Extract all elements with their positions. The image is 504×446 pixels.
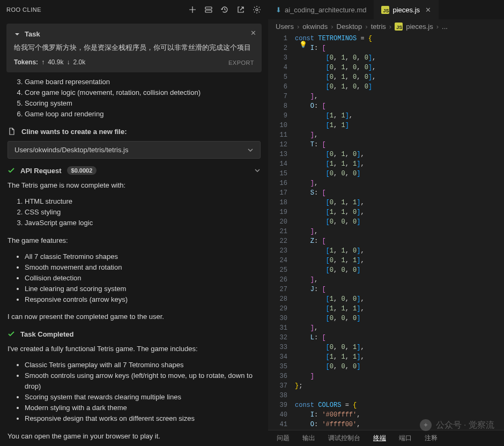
history-icon[interactable] (220, 5, 229, 14)
breadcrumb-segment[interactable]: okwinds (302, 23, 328, 31)
code-line[interactable]: [1, 1, 1], (295, 304, 504, 314)
panel-tab[interactable]: 问题 (277, 434, 290, 443)
breadcrumb-segment[interactable]: pieces.js (406, 23, 433, 31)
code-line[interactable] (295, 391, 504, 400)
code-line[interactable]: Z: [ (295, 236, 504, 246)
panel-tab[interactable]: 端口 (399, 434, 412, 443)
gear-icon[interactable] (252, 5, 262, 14)
code-line[interactable]: O: [ (295, 101, 504, 111)
panel-tab[interactable]: 终端 (373, 434, 386, 443)
code-line[interactable]: [1, 1] (295, 121, 504, 130)
code-line[interactable]: const TETROMINOS = { (295, 34, 504, 43)
line-number: 15 (272, 169, 287, 179)
line-number: 40 (272, 410, 287, 420)
export-button[interactable]: EXPORT (228, 60, 254, 66)
code-line[interactable]: T: [ (295, 140, 504, 150)
code-line[interactable]: S: [ (295, 188, 504, 198)
list-item: Game loop and rendering (25, 109, 261, 120)
code-line[interactable]: [1, 1, 1], (295, 352, 504, 362)
code-line[interactable]: [0, 0, 0] (295, 314, 504, 323)
code-line[interactable]: J: [ (295, 285, 504, 294)
breadcrumb[interactable]: Users›okwinds›Desktop›tetris›JSpieces.js… (268, 19, 504, 34)
code-line[interactable]: ], (295, 179, 504, 188)
code-line[interactable]: [0, 0, 0] (295, 362, 504, 371)
bullet-list: Classic Tetris gameplay with all 7 Tetro… (8, 360, 261, 425)
close-icon[interactable]: ✕ (250, 29, 256, 37)
svg-point-2 (256, 9, 258, 11)
tab-pieces-js[interactable]: JSpieces.js✕ (374, 0, 439, 19)
api-cost-badge: $0.0002 (67, 166, 97, 175)
line-number: 13 (272, 150, 287, 159)
code-line[interactable]: ], (295, 275, 504, 285)
breadcrumb-segment[interactable]: ... (442, 23, 448, 31)
line-number: 37 (272, 381, 287, 391)
breadcrumb-segment[interactable]: Desktop (337, 23, 362, 31)
code-line[interactable]: ], (295, 227, 504, 236)
lightbulb-icon[interactable]: 💡 (299, 41, 307, 48)
code-line[interactable]: [1, 1], (295, 111, 504, 121)
code-line[interactable]: ], (295, 92, 504, 101)
list-item: JavaScript game logic (25, 218, 261, 228)
code-line[interactable]: [0, 0, 0] (295, 265, 504, 275)
line-number: 6 (272, 82, 287, 92)
code-line[interactable]: [0, 0, 1], (295, 343, 504, 352)
panel-tab[interactable]: 输出 (302, 434, 315, 443)
code-line[interactable]: I: '#00ffff', (295, 410, 504, 420)
api-request-row[interactable]: API Request $0.0002 (8, 166, 261, 175)
line-number: 39 (272, 400, 287, 410)
line-number: 26 (272, 275, 287, 285)
open-line: You can open the game in your browser to… (8, 431, 261, 442)
code-line[interactable]: [0, 1, 1], (295, 256, 504, 265)
task-card: Task ✕ 给我写个俄罗斯方块，你是资深全栈程序员，你可以非常丝滑的完成这个项… (6, 24, 262, 72)
close-icon[interactable]: ✕ (425, 6, 431, 14)
server-icon[interactable] (204, 5, 213, 14)
code-line[interactable]: [1, 1, 1], (295, 159, 504, 169)
panel-tab[interactable]: 调试控制台 (328, 434, 360, 443)
code-line[interactable]: [0, 1, 0], (295, 150, 504, 159)
chevron-down-icon (254, 167, 261, 174)
task-header[interactable]: Task (14, 30, 254, 38)
code-line[interactable]: const COLORS = { (295, 400, 504, 410)
code-line[interactable]: [1, 1, 0], (295, 207, 504, 217)
code-line[interactable]: [0, 0, 0] (295, 217, 504, 227)
code-line[interactable]: ], (295, 130, 504, 140)
chevron-right-icon: › (389, 23, 391, 31)
svg-rect-1 (205, 10, 212, 12)
line-number: 2 (272, 43, 287, 53)
editor-pane: ⬇ai_coding_architecture.mdJSpieces.js✕ U… (268, 0, 504, 446)
code-content[interactable]: const TETROMINOS = { I: [ [0, 1, 0, 0], … (295, 34, 504, 430)
open-external-icon[interactable] (236, 5, 246, 14)
code-line[interactable]: [0, 1, 1], (295, 198, 504, 207)
code-line[interactable]: I: [ (295, 43, 504, 53)
line-number: 1 (272, 34, 287, 43)
breadcrumb-segment[interactable]: Users (276, 23, 294, 31)
code-line[interactable]: [1, 1, 0], (295, 246, 504, 256)
code-line[interactable]: [0, 1, 0, 0], (295, 72, 504, 82)
tab-ai_coding_architecture-md[interactable]: ⬇ai_coding_architecture.md (268, 0, 374, 19)
watermark-text: 公众号 · 觉察流 (436, 420, 494, 431)
code-line[interactable]: [0, 1, 0, 0] (295, 82, 504, 92)
line-number: 12 (272, 140, 287, 150)
code-line[interactable]: }; (295, 381, 504, 391)
code-line[interactable]: [0, 0, 0] (295, 169, 504, 179)
watermark: ✦ 公众号 · 觉察流 (420, 419, 494, 431)
code-editor[interactable]: 1234567891011121314151617181920212223242… (268, 34, 504, 430)
panel-tab[interactable]: 注释 (425, 434, 438, 443)
code-line[interactable]: ], (295, 323, 504, 333)
code-line[interactable]: [0, 1, 0, 0], (295, 53, 504, 63)
plus-icon[interactable] (188, 5, 197, 14)
code-line[interactable]: ] (295, 371, 504, 381)
breadcrumb-segment[interactable]: tetris (371, 23, 386, 31)
list-item: Responsive controls (arrow keys) (25, 294, 261, 305)
code-line[interactable]: [0, 1, 0, 0], (295, 63, 504, 72)
code-line[interactable]: L: [ (295, 333, 504, 343)
line-gutter: 1234567891011121314151617181920212223242… (268, 34, 295, 430)
file-path-input[interactable]: Users/okwinds/Desktop/tetris/tetris.js (8, 141, 261, 159)
line-number: 31 (272, 323, 287, 333)
code-line[interactable]: [1, 0, 0], (295, 294, 504, 304)
list-item: Scoring system (25, 98, 261, 109)
list-item: Smooth movement and rotation (25, 262, 261, 273)
line-number: 16 (272, 179, 287, 188)
tab-label: pieces.js (392, 6, 420, 14)
list-item: CSS styling (25, 207, 261, 218)
